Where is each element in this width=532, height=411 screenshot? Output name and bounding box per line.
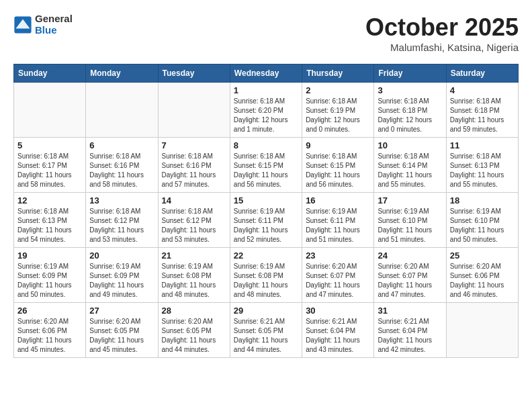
day-number: 29	[234, 306, 298, 316]
day-number: 7	[162, 140, 226, 150]
day-info: Sunrise: 6:18 AM Sunset: 6:13 PM Dayligh…	[17, 207, 82, 244]
day-info: Sunrise: 6:18 AM Sunset: 6:12 PM Dayligh…	[162, 207, 226, 244]
table-row: 27Sunrise: 6:20 AM Sunset: 6:05 PM Dayli…	[86, 303, 158, 358]
day-info: Sunrise: 6:18 AM Sunset: 6:18 PM Dayligh…	[450, 97, 515, 134]
calendar-week-row: 19Sunrise: 6:19 AM Sunset: 6:09 PM Dayli…	[14, 248, 519, 303]
day-number: 15	[234, 195, 298, 205]
day-info: Sunrise: 6:19 AM Sunset: 6:11 PM Dayligh…	[234, 207, 298, 244]
table-row: 25Sunrise: 6:20 AM Sunset: 6:06 PM Dayli…	[446, 248, 518, 303]
day-info: Sunrise: 6:18 AM Sunset: 6:14 PM Dayligh…	[378, 152, 442, 189]
day-info: Sunrise: 6:18 AM Sunset: 6:18 PM Dayligh…	[378, 97, 442, 134]
day-info: Sunrise: 6:20 AM Sunset: 6:05 PM Dayligh…	[89, 317, 154, 355]
day-info: Sunrise: 6:21 AM Sunset: 6:04 PM Dayligh…	[378, 317, 442, 355]
day-number: 20	[89, 250, 154, 261]
day-info: Sunrise: 6:21 AM Sunset: 6:05 PM Dayligh…	[234, 317, 298, 355]
table-row: 23Sunrise: 6:20 AM Sunset: 6:07 PM Dayli…	[302, 248, 374, 303]
col-thursday: Thursday	[302, 64, 374, 83]
day-info: Sunrise: 6:20 AM Sunset: 6:07 PM Dayligh…	[306, 262, 370, 300]
table-row: 11Sunrise: 6:18 AM Sunset: 6:13 PM Dayli…	[446, 138, 518, 193]
day-info: Sunrise: 6:19 AM Sunset: 6:10 PM Dayligh…	[378, 207, 442, 244]
col-wednesday: Wednesday	[230, 64, 302, 83]
table-row: 10Sunrise: 6:18 AM Sunset: 6:14 PM Dayli…	[374, 138, 446, 193]
day-info: Sunrise: 6:20 AM Sunset: 6:06 PM Dayligh…	[17, 317, 82, 355]
day-info: Sunrise: 6:18 AM Sunset: 6:15 PM Dayligh…	[306, 152, 370, 189]
day-number: 21	[162, 250, 226, 261]
table-row: 13Sunrise: 6:18 AM Sunset: 6:12 PM Dayli…	[86, 193, 158, 248]
day-number: 16	[306, 195, 370, 205]
logo-blue-text: Blue	[35, 25, 73, 36]
table-row: 26Sunrise: 6:20 AM Sunset: 6:06 PM Dayli…	[14, 303, 86, 358]
day-info: Sunrise: 6:19 AM Sunset: 6:09 PM Dayligh…	[17, 262, 82, 300]
day-number: 14	[162, 195, 226, 205]
table-row: 6Sunrise: 6:18 AM Sunset: 6:16 PM Daylig…	[86, 138, 158, 193]
col-tuesday: Tuesday	[158, 64, 230, 83]
day-info: Sunrise: 6:20 AM Sunset: 6:07 PM Dayligh…	[378, 262, 442, 300]
day-number: 24	[378, 250, 442, 261]
title-block: October 2025 Malumfashi, Katsina, Nigeri…	[365, 13, 519, 53]
day-number: 25	[450, 250, 515, 261]
table-row: 19Sunrise: 6:19 AM Sunset: 6:09 PM Dayli…	[14, 248, 86, 303]
day-number: 12	[17, 195, 82, 205]
calendar-table: Sunday Monday Tuesday Wednesday Thursday…	[13, 64, 519, 358]
day-number: 1	[234, 85, 298, 95]
day-number: 5	[17, 140, 82, 150]
table-row: 12Sunrise: 6:18 AM Sunset: 6:13 PM Dayli…	[14, 193, 86, 248]
day-number: 6	[89, 140, 154, 150]
day-number: 3	[378, 85, 442, 95]
table-row: 21Sunrise: 6:19 AM Sunset: 6:08 PM Dayli…	[158, 248, 230, 303]
logo-icon	[13, 15, 32, 34]
table-row: 5Sunrise: 6:18 AM Sunset: 6:17 PM Daylig…	[14, 138, 86, 193]
calendar-week-row: 1Sunrise: 6:18 AM Sunset: 6:20 PM Daylig…	[14, 83, 519, 138]
day-number: 19	[17, 250, 82, 261]
logo-text: General Blue	[35, 13, 73, 36]
table-row: 30Sunrise: 6:21 AM Sunset: 6:04 PM Dayli…	[302, 303, 374, 358]
month-title: October 2025	[365, 13, 519, 42]
location-subtitle: Malumfashi, Katsina, Nigeria	[365, 42, 519, 53]
table-row: 4Sunrise: 6:18 AM Sunset: 6:18 PM Daylig…	[446, 83, 518, 138]
table-row: 18Sunrise: 6:19 AM Sunset: 6:10 PM Dayli…	[446, 193, 518, 248]
page-header: General Blue October 2025 Malumfashi, Ka…	[13, 13, 519, 53]
col-saturday: Saturday	[446, 64, 518, 83]
table-row: 14Sunrise: 6:18 AM Sunset: 6:12 PM Dayli…	[158, 193, 230, 248]
table-row	[446, 303, 518, 358]
day-number: 18	[450, 195, 515, 205]
day-info: Sunrise: 6:19 AM Sunset: 6:09 PM Dayligh…	[89, 262, 154, 300]
col-friday: Friday	[374, 64, 446, 83]
table-row: 16Sunrise: 6:19 AM Sunset: 6:11 PM Dayli…	[302, 193, 374, 248]
day-number: 22	[234, 250, 298, 261]
calendar-week-row: 12Sunrise: 6:18 AM Sunset: 6:13 PM Dayli…	[14, 193, 519, 248]
day-info: Sunrise: 6:18 AM Sunset: 6:17 PM Dayligh…	[17, 152, 82, 189]
table-row: 22Sunrise: 6:19 AM Sunset: 6:08 PM Dayli…	[230, 248, 302, 303]
table-row: 7Sunrise: 6:18 AM Sunset: 6:16 PM Daylig…	[158, 138, 230, 193]
table-row: 24Sunrise: 6:20 AM Sunset: 6:07 PM Dayli…	[374, 248, 446, 303]
day-number: 11	[450, 140, 515, 150]
day-number: 8	[234, 140, 298, 150]
table-row	[86, 83, 158, 138]
day-number: 31	[378, 306, 442, 316]
day-info: Sunrise: 6:18 AM Sunset: 6:19 PM Dayligh…	[306, 97, 370, 134]
day-info: Sunrise: 6:19 AM Sunset: 6:11 PM Dayligh…	[306, 207, 370, 244]
day-info: Sunrise: 6:21 AM Sunset: 6:04 PM Dayligh…	[306, 317, 370, 355]
day-number: 10	[378, 140, 442, 150]
calendar-week-row: 26Sunrise: 6:20 AM Sunset: 6:06 PM Dayli…	[14, 303, 519, 358]
day-info: Sunrise: 6:18 AM Sunset: 6:13 PM Dayligh…	[450, 152, 515, 189]
table-row: 3Sunrise: 6:18 AM Sunset: 6:18 PM Daylig…	[374, 83, 446, 138]
day-number: 9	[306, 140, 370, 150]
day-info: Sunrise: 6:18 AM Sunset: 6:20 PM Dayligh…	[234, 97, 298, 134]
calendar-week-row: 5Sunrise: 6:18 AM Sunset: 6:17 PM Daylig…	[14, 138, 519, 193]
table-row: 2Sunrise: 6:18 AM Sunset: 6:19 PM Daylig…	[302, 83, 374, 138]
table-row: 1Sunrise: 6:18 AM Sunset: 6:20 PM Daylig…	[230, 83, 302, 138]
day-info: Sunrise: 6:18 AM Sunset: 6:16 PM Dayligh…	[89, 152, 154, 189]
day-number: 23	[306, 250, 370, 261]
day-number: 4	[450, 85, 515, 95]
day-number: 26	[17, 306, 82, 316]
day-info: Sunrise: 6:18 AM Sunset: 6:16 PM Dayligh…	[162, 152, 226, 189]
table-row: 20Sunrise: 6:19 AM Sunset: 6:09 PM Dayli…	[86, 248, 158, 303]
table-row: 9Sunrise: 6:18 AM Sunset: 6:15 PM Daylig…	[302, 138, 374, 193]
day-info: Sunrise: 6:20 AM Sunset: 6:05 PM Dayligh…	[162, 317, 226, 355]
table-row: 17Sunrise: 6:19 AM Sunset: 6:10 PM Dayli…	[374, 193, 446, 248]
logo: General Blue	[13, 13, 73, 36]
day-info: Sunrise: 6:19 AM Sunset: 6:08 PM Dayligh…	[234, 262, 298, 300]
day-info: Sunrise: 6:19 AM Sunset: 6:08 PM Dayligh…	[162, 262, 226, 300]
day-number: 28	[162, 306, 226, 316]
